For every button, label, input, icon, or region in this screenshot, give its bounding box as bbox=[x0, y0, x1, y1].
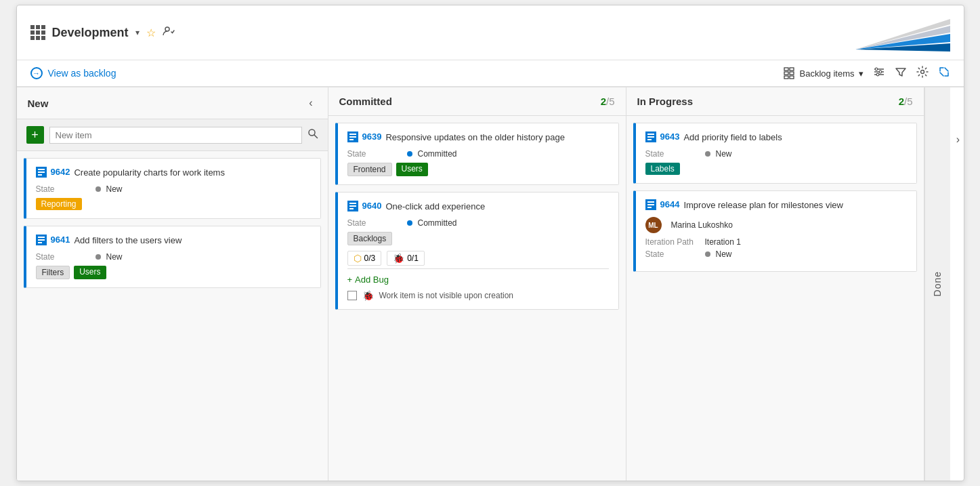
svg-rect-35 bbox=[349, 208, 354, 209]
add-item-bar: + bbox=[17, 119, 328, 151]
card-9643-state-label: State bbox=[645, 149, 700, 159]
backlog-items-button[interactable]: Backlog items ▾ bbox=[784, 67, 864, 79]
tasks-badge[interactable]: ⬡ 0/3 bbox=[347, 251, 382, 266]
add-bug-link[interactable]: + Add Bug bbox=[347, 275, 609, 285]
inprogress-cards-area: 9643 Add priority field to labels State … bbox=[626, 116, 924, 279]
card-9640-id: 9640 bbox=[362, 201, 382, 211]
card-9640-title: One-click add experience bbox=[385, 201, 485, 213]
card-9644-assignee: Marina Lukoshko bbox=[671, 220, 733, 230]
column-done[interactable]: Done › bbox=[924, 87, 950, 481]
done-label: Done bbox=[932, 271, 943, 296]
column-options-icon[interactable] bbox=[873, 66, 885, 81]
tag-backlogs[interactable]: Backlogs bbox=[347, 232, 393, 245]
tag-filters[interactable]: Filters bbox=[36, 266, 70, 279]
card-9642[interactable]: 9642 Create popularity charts for work i… bbox=[24, 158, 321, 219]
bug-icon: 🐞 bbox=[393, 253, 404, 264]
tag-users-9639[interactable]: Users bbox=[396, 163, 428, 176]
bugs-badge[interactable]: 🐞 0/1 bbox=[387, 251, 425, 266]
svg-rect-31 bbox=[349, 139, 354, 140]
settings-icon[interactable] bbox=[916, 66, 929, 81]
card-9641[interactable]: 9641 Add filters to the users view State… bbox=[24, 226, 321, 288]
card-9644-avatar: ML bbox=[645, 217, 662, 233]
column-committed-count: 2/5 bbox=[601, 96, 615, 107]
visibility-bug-icon: 🐞 bbox=[362, 290, 374, 301]
add-item-input[interactable] bbox=[49, 127, 302, 144]
column-committed: Committed 2/5 9639 bbox=[328, 87, 626, 481]
card-9641-state-row: State New bbox=[36, 252, 311, 262]
svg-rect-10 bbox=[790, 76, 794, 79]
backlog-grid-icon bbox=[784, 67, 796, 79]
card-9640-divider bbox=[347, 268, 609, 269]
iteration-path-value: Iteration 1 bbox=[705, 237, 741, 247]
svg-point-16 bbox=[876, 73, 879, 76]
card-9643-title: Add priority field to labels bbox=[683, 131, 782, 144]
view-as-backlog-label: View as backlog bbox=[48, 68, 116, 79]
card-9640-state-row: State Committed bbox=[347, 218, 609, 228]
card-9644-title-row: 9644 Improve release plan for milestones… bbox=[645, 199, 907, 211]
card-9641-title: Add filters to the users view bbox=[74, 235, 182, 247]
card-9642-state-dot bbox=[95, 186, 101, 192]
sub-bar: → View as backlog Backlog items ▾ bbox=[17, 60, 964, 87]
card-9640-subtasks: ⬡ 0/3 🐞 0/1 bbox=[347, 251, 609, 266]
bugs-count: 0/1 bbox=[407, 254, 419, 263]
card-9640-state-label: State bbox=[347, 218, 402, 228]
favorite-star-icon[interactable]: ☆ bbox=[146, 26, 156, 39]
tag-labels[interactable]: Labels bbox=[645, 163, 680, 175]
column-new-header: New ‹ bbox=[17, 87, 328, 119]
svg-point-14 bbox=[875, 68, 878, 70]
column-done-expand-btn[interactable]: › bbox=[952, 132, 964, 147]
card-9641-title-row: 9641 Add filters to the users view bbox=[36, 235, 311, 247]
card-9640-state-text: Committed bbox=[418, 218, 457, 228]
column-new-collapse-btn[interactable]: ‹ bbox=[305, 96, 316, 110]
card-9644-assignee-row: ML Marina Lukoshko bbox=[645, 217, 907, 233]
card-9643-id: 9643 bbox=[660, 131, 680, 142]
svg-rect-37 bbox=[647, 134, 654, 135]
visibility-row: 🐞 Work item is not visible upon creation bbox=[347, 290, 609, 301]
expand-icon[interactable] bbox=[938, 66, 950, 81]
tag-frontend[interactable]: Frontend bbox=[347, 163, 392, 176]
new-cards-area: 9642 Create popularity charts for work i… bbox=[17, 151, 328, 295]
card-9644-state-label: State bbox=[645, 249, 700, 259]
app-chevron-icon[interactable]: ▾ bbox=[135, 28, 140, 37]
work-item-icon-9644 bbox=[645, 199, 656, 210]
svg-point-0 bbox=[165, 27, 169, 31]
card-9639[interactable]: 9639 Responsive updates on the older his… bbox=[335, 123, 619, 185]
card-9644[interactable]: 9644 Improve release plan for milestones… bbox=[633, 190, 917, 272]
manage-team-icon[interactable] bbox=[163, 25, 175, 40]
card-9640[interactable]: 9640 One-click add experience State Comm… bbox=[335, 192, 619, 310]
card-9642-title-row: 9642 Create popularity charts for work i… bbox=[36, 167, 311, 179]
card-9644-state-dot bbox=[705, 251, 710, 257]
card-9642-tags: Reporting bbox=[36, 198, 311, 210]
card-9642-state-label: State bbox=[36, 184, 90, 194]
work-item-icon-9642 bbox=[36, 167, 47, 178]
card-9640-tags: Backlogs bbox=[347, 232, 609, 245]
svg-rect-25 bbox=[38, 237, 45, 238]
column-inprogress-title: In Progress bbox=[637, 96, 694, 107]
tag-reporting[interactable]: Reporting bbox=[36, 198, 82, 210]
card-9643[interactable]: 9643 Add priority field to labels State … bbox=[633, 123, 917, 184]
svg-rect-9 bbox=[784, 76, 788, 79]
add-bug-label: Add Bug bbox=[355, 275, 389, 285]
svg-rect-22 bbox=[38, 171, 45, 173]
visibility-checkbox[interactable] bbox=[347, 291, 357, 300]
work-item-icon-9641 bbox=[36, 235, 47, 245]
card-9641-tags: Filters Users bbox=[36, 266, 311, 279]
tag-users-9641[interactable]: Users bbox=[74, 266, 106, 279]
filter-icon[interactable] bbox=[895, 66, 907, 81]
svg-rect-41 bbox=[647, 201, 654, 203]
card-9641-id: 9641 bbox=[51, 235, 70, 245]
svg-rect-7 bbox=[784, 72, 788, 75]
view-as-backlog-link[interactable]: → View as backlog bbox=[30, 67, 116, 79]
add-item-button[interactable]: + bbox=[26, 126, 44, 144]
card-9643-state-dot bbox=[705, 151, 710, 157]
card-9642-state-row: State New bbox=[36, 184, 311, 194]
work-item-icon-9639 bbox=[347, 131, 358, 142]
svg-rect-38 bbox=[647, 136, 654, 138]
card-9643-state-text: New bbox=[716, 149, 732, 159]
card-9642-state-text: New bbox=[106, 184, 123, 194]
card-9641-state-dot bbox=[95, 254, 101, 260]
grid-icon bbox=[30, 25, 45, 40]
column-inprogress-count: 2/5 bbox=[899, 96, 913, 107]
column-inprogress: In Progress 2/5 9643 bbox=[626, 87, 924, 481]
card-search-icon[interactable] bbox=[307, 128, 318, 142]
